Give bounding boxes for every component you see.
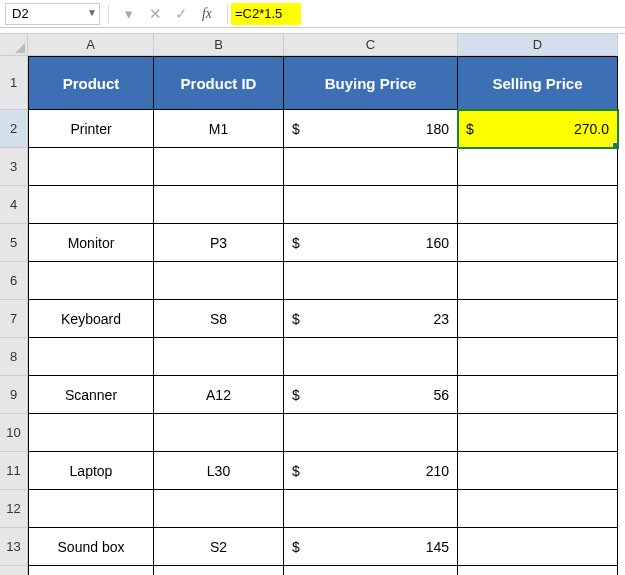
cell-D12[interactable] bbox=[458, 490, 618, 528]
cell-C5[interactable]: $160 bbox=[284, 224, 458, 262]
table-row: ScannerA12$56 bbox=[28, 376, 618, 414]
check-icon[interactable]: ✓ bbox=[172, 5, 190, 23]
row-header-7[interactable]: 7 bbox=[0, 300, 28, 338]
cell-A12[interactable] bbox=[28, 490, 154, 528]
formula-text: =C2*1.5 bbox=[235, 6, 282, 21]
cell-D1[interactable]: Selling Price bbox=[458, 56, 618, 110]
money-value: $180 bbox=[292, 121, 449, 137]
cell-D2[interactable]: $270.0 bbox=[458, 110, 618, 148]
cell-C7[interactable]: $23 bbox=[284, 300, 458, 338]
cell-D13[interactable] bbox=[458, 528, 618, 566]
header-label: Selling Price bbox=[492, 75, 582, 92]
cell-D7[interactable] bbox=[458, 300, 618, 338]
chevron-down-icon[interactable]: ▼ bbox=[87, 7, 97, 18]
table-row: LaptopL30$210 bbox=[28, 452, 618, 490]
cell-C9[interactable]: $56 bbox=[284, 376, 458, 414]
cell-B11[interactable]: L30 bbox=[154, 452, 284, 490]
cell-B2[interactable]: M1 bbox=[154, 110, 284, 148]
table-row bbox=[28, 338, 618, 376]
cell-C12[interactable] bbox=[284, 490, 458, 528]
row-header-14[interactable]: 14 bbox=[0, 566, 28, 575]
cell-C13[interactable]: $145 bbox=[284, 528, 458, 566]
name-box-value: D2 bbox=[12, 6, 29, 21]
header-label: Product bbox=[63, 75, 120, 92]
cell-A9[interactable]: Scanner bbox=[28, 376, 154, 414]
cell-C2[interactable]: $180 bbox=[284, 110, 458, 148]
cell-B5[interactable]: P3 bbox=[154, 224, 284, 262]
money-value: $210 bbox=[292, 463, 449, 479]
cell-A13[interactable]: Sound box bbox=[28, 528, 154, 566]
divider bbox=[227, 4, 228, 24]
cell-A10[interactable] bbox=[28, 414, 154, 452]
cell-A7[interactable]: Keyboard bbox=[28, 300, 154, 338]
select-all-corner[interactable] bbox=[0, 34, 28, 56]
cell-D10[interactable] bbox=[458, 414, 618, 452]
formula-input[interactable]: =C2*1.5 bbox=[231, 3, 301, 25]
divider bbox=[108, 4, 109, 24]
cell-C4[interactable] bbox=[284, 186, 458, 224]
table-row: PendriveP9$27 bbox=[28, 566, 618, 575]
cell-B8[interactable] bbox=[154, 338, 284, 376]
cell-B14[interactable]: P9 bbox=[154, 566, 284, 575]
chevron-down-icon[interactable]: ▾ bbox=[120, 5, 138, 23]
cell-D4[interactable] bbox=[458, 186, 618, 224]
row-header-13[interactable]: 13 bbox=[0, 528, 28, 566]
money-value: $270.0 bbox=[466, 121, 609, 137]
cell-D9[interactable] bbox=[458, 376, 618, 414]
cell-C1[interactable]: Buying Price bbox=[284, 56, 458, 110]
table-row: MonitorP3$160 bbox=[28, 224, 618, 262]
name-box[interactable]: D2 ▼ bbox=[5, 3, 100, 25]
cell-D3[interactable] bbox=[458, 148, 618, 186]
cell-C10[interactable] bbox=[284, 414, 458, 452]
cell-A1[interactable]: Product bbox=[28, 56, 154, 110]
row-header-3[interactable]: 3 bbox=[0, 148, 28, 186]
row-header-1[interactable]: 1 bbox=[0, 56, 28, 110]
col-header-D[interactable]: D bbox=[458, 34, 618, 56]
cell-D5[interactable] bbox=[458, 224, 618, 262]
row-header-9[interactable]: 9 bbox=[0, 376, 28, 414]
row-header-2[interactable]: 2 bbox=[0, 110, 28, 148]
cell-C6[interactable] bbox=[284, 262, 458, 300]
cell-B12[interactable] bbox=[154, 490, 284, 528]
cell-C11[interactable]: $210 bbox=[284, 452, 458, 490]
cell-B10[interactable] bbox=[154, 414, 284, 452]
row-header-4[interactable]: 4 bbox=[0, 186, 28, 224]
grid-body: 1 234567891011121314 Product Product ID … bbox=[0, 56, 625, 575]
cell-A5[interactable]: Monitor bbox=[28, 224, 154, 262]
cell-A6[interactable] bbox=[28, 262, 154, 300]
cell-D14[interactable] bbox=[458, 566, 618, 575]
row-header-5[interactable]: 5 bbox=[0, 224, 28, 262]
cell-A2[interactable]: Printer bbox=[28, 110, 154, 148]
cell-C8[interactable] bbox=[284, 338, 458, 376]
col-header-B[interactable]: B bbox=[154, 34, 284, 56]
cell-A11[interactable]: Laptop bbox=[28, 452, 154, 490]
cell-B1[interactable]: Product ID bbox=[154, 56, 284, 110]
cell-A8[interactable] bbox=[28, 338, 154, 376]
col-header-A[interactable]: A bbox=[28, 34, 154, 56]
cell-D8[interactable] bbox=[458, 338, 618, 376]
cell-B7[interactable]: S8 bbox=[154, 300, 284, 338]
col-header-C[interactable]: C bbox=[284, 34, 458, 56]
cell-D6[interactable] bbox=[458, 262, 618, 300]
cell-C3[interactable] bbox=[284, 148, 458, 186]
row-header-12[interactable]: 12 bbox=[0, 490, 28, 528]
cell-B9[interactable]: A12 bbox=[154, 376, 284, 414]
row-header-8[interactable]: 8 bbox=[0, 338, 28, 376]
row-header-10[interactable]: 10 bbox=[0, 414, 28, 452]
cell-C14[interactable]: $27 bbox=[284, 566, 458, 575]
cancel-icon[interactable]: ✕ bbox=[146, 5, 164, 23]
row-header-11[interactable]: 11 bbox=[0, 452, 28, 490]
column-header-row: A B C D bbox=[0, 34, 625, 56]
cell-B6[interactable] bbox=[154, 262, 284, 300]
fx-icon[interactable]: fx bbox=[198, 6, 216, 22]
cell-D11[interactable] bbox=[458, 452, 618, 490]
cell-A14[interactable]: Pendrive bbox=[28, 566, 154, 575]
cell-B13[interactable]: S2 bbox=[154, 528, 284, 566]
cell-A4[interactable] bbox=[28, 186, 154, 224]
table-row bbox=[28, 148, 618, 186]
cell-B3[interactable] bbox=[154, 148, 284, 186]
row-header-6[interactable]: 6 bbox=[0, 262, 28, 300]
cell-B4[interactable] bbox=[154, 186, 284, 224]
cell-A3[interactable] bbox=[28, 148, 154, 186]
table-row bbox=[28, 262, 618, 300]
